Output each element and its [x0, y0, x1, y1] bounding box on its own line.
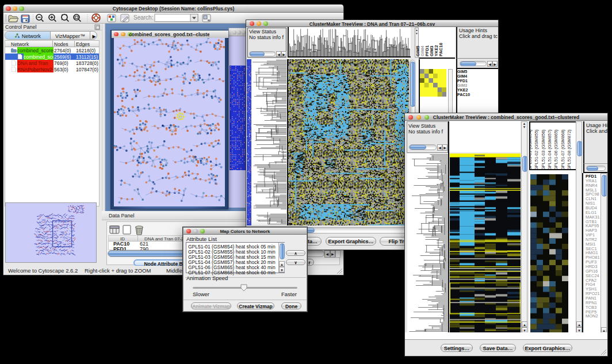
svg-text:Search:: Search:	[133, 14, 153, 21]
